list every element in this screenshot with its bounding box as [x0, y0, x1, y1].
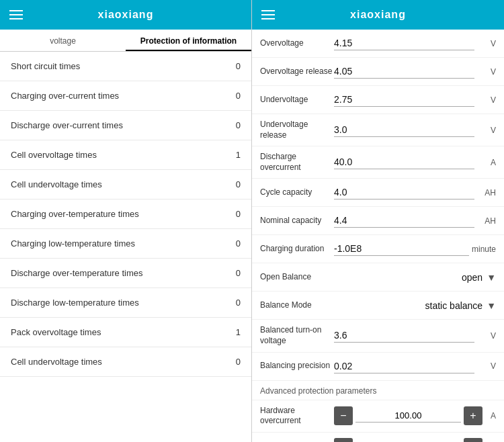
list-item-label: Charging low-temperature times	[11, 238, 135, 249]
stepper-minus-button[interactable]: −	[334, 406, 353, 425]
list-item-label: Pack overvoltage times	[11, 327, 101, 337]
form-label: Cycle capacity	[260, 187, 334, 198]
list-item-value: 0	[227, 91, 241, 101]
dropdown-arrow-icon: ▼	[487, 300, 496, 311]
stepper-minus-button[interactable]: −	[334, 438, 353, 442]
stepper-unit: A	[485, 411, 496, 421]
form-input-wrap	[334, 328, 474, 343]
left-header: xiaoxiang	[0, 0, 251, 30]
form-unit: V	[477, 361, 496, 371]
balance-input[interactable]	[334, 328, 474, 342]
form-input-wrap	[334, 185, 474, 200]
list-item-value: 1	[227, 150, 241, 160]
list-item: Pack overvoltage times 1	[0, 318, 251, 347]
form-unit: V	[477, 331, 496, 341]
form-row: Discharge overcurrent A	[252, 146, 504, 179]
form-input-wrap	[334, 359, 474, 373]
stepper-row: Hardware short − + A	[252, 433, 504, 442]
stepper-input-wrap	[355, 409, 461, 423]
form-unit: A	[477, 158, 496, 167]
tab-protection[interactable]: Protection of information	[126, 30, 251, 51]
form-unit: V	[477, 67, 496, 77]
right-panel: xiaoxiang Overvoltage V Overvoltage rele…	[252, 0, 504, 442]
form-input[interactable]	[334, 155, 474, 169]
form-row: Overvoltage release V	[252, 58, 504, 86]
form-input-wrap	[334, 123, 474, 137]
balance-row: Balanced turn-on voltage V	[252, 320, 504, 352]
form-unit: V	[477, 39, 496, 48]
list-item: Short circuit times 0	[0, 52, 251, 81]
form-row: Charging duration minute	[252, 235, 504, 263]
list-item-label: Charging over-current times	[11, 91, 119, 101]
stepper-controls: − + A	[334, 438, 496, 442]
tab-voltage[interactable]: voltage	[0, 30, 126, 51]
list-item-value: 0	[227, 357, 241, 367]
list-item-value: 0	[227, 61, 241, 71]
balance-row: Balancing precision V	[252, 353, 504, 381]
stepper-row: Hardware overcurrent − + A	[252, 400, 504, 433]
form-row: Undervoltage V	[252, 86, 504, 114]
list-item-label: Discharge low-temperature times	[11, 298, 139, 308]
dropdown-control[interactable]: static balance ▼	[334, 300, 496, 311]
list-item-value: 0	[227, 238, 241, 249]
dropdown-row: Balance Mode static balance ▼	[252, 292, 504, 320]
list-item-value: 1	[227, 327, 241, 337]
form-input-wrap	[334, 36, 474, 50]
right-header-title: xiaoxiang	[350, 9, 406, 21]
form-input[interactable]	[334, 185, 474, 199]
form-row: Undervoltage release V	[252, 114, 504, 146]
form-input[interactable]	[334, 36, 474, 50]
list-item: Charging over-current times 0	[0, 81, 251, 111]
left-menu-icon[interactable]	[9, 10, 23, 19]
right-menu-icon[interactable]	[261, 10, 275, 19]
form-label: Undervoltage	[260, 95, 334, 105]
form-label: Nominal capacity	[260, 216, 334, 226]
list-item-value: 0	[227, 268, 241, 278]
form-input-wrap	[334, 155, 474, 169]
stepper-input[interactable]	[355, 409, 461, 422]
section-heading: Advanced protection parameters	[252, 381, 504, 400]
balance-input[interactable]	[334, 359, 474, 373]
dropdown-value: static balance	[425, 300, 483, 311]
form-row: Nominal capacity AH	[252, 207, 504, 235]
stepper-plus-button[interactable]: +	[464, 438, 482, 442]
list-item: Cell undervoltage times 0	[0, 170, 251, 200]
dropdown-label: Balance Mode	[260, 300, 334, 311]
left-header-title: xiaoxiang	[98, 9, 154, 21]
tabs-row: voltage Protection of information	[0, 30, 251, 52]
form-input-wrap	[334, 214, 474, 228]
form-input[interactable]	[334, 242, 469, 255]
list-item: Discharge low-temperature times 0	[0, 288, 251, 318]
dropdown-value: open	[462, 272, 482, 283]
list-item: Discharge over-temperature times 0	[0, 259, 251, 288]
list-item-label: Discharge over-current times	[11, 120, 123, 130]
form-input[interactable]	[334, 93, 474, 106]
form-input[interactable]	[334, 214, 474, 227]
balance-label: Balanced turn-on voltage	[260, 325, 334, 346]
list-item: Charging low-temperature times 0	[0, 229, 251, 259]
dropdown-control[interactable]: open ▼	[334, 272, 496, 283]
form-input[interactable]	[334, 123, 474, 136]
list-item-label: Cell undervoltage times	[11, 357, 102, 367]
balance-label: Balancing precision	[260, 361, 334, 371]
form-content: Overvoltage V Overvoltage release V Unde…	[252, 30, 504, 442]
list-item-label: Cell overvoltage times	[11, 150, 97, 160]
stepper-plus-button[interactable]: +	[464, 406, 482, 425]
list-item-label: Short circuit times	[11, 61, 80, 71]
form-input-wrap	[334, 93, 474, 107]
form-label: Overvoltage release	[260, 67, 334, 77]
dropdown-arrow-icon: ▼	[487, 272, 496, 283]
form-label: Undervoltage release	[260, 120, 334, 140]
form-label: Discharge overcurrent	[260, 152, 334, 173]
form-row: Cycle capacity AH	[252, 179, 504, 207]
dropdown-row: Open Balance open ▼	[252, 263, 504, 292]
stepper-label: Hardware overcurrent	[260, 406, 334, 427]
right-header: xiaoxiang	[252, 0, 504, 30]
form-unit: V	[477, 95, 496, 105]
left-panel: xiaoxiang voltage Protection of informat…	[0, 0, 252, 442]
dropdown-label: Open Balance	[260, 272, 334, 283]
form-input[interactable]	[334, 64, 474, 78]
form-unit: minute	[472, 245, 496, 254]
form-label: Charging duration	[260, 244, 334, 255]
list-item-label: Cell undervoltage times	[11, 179, 102, 189]
